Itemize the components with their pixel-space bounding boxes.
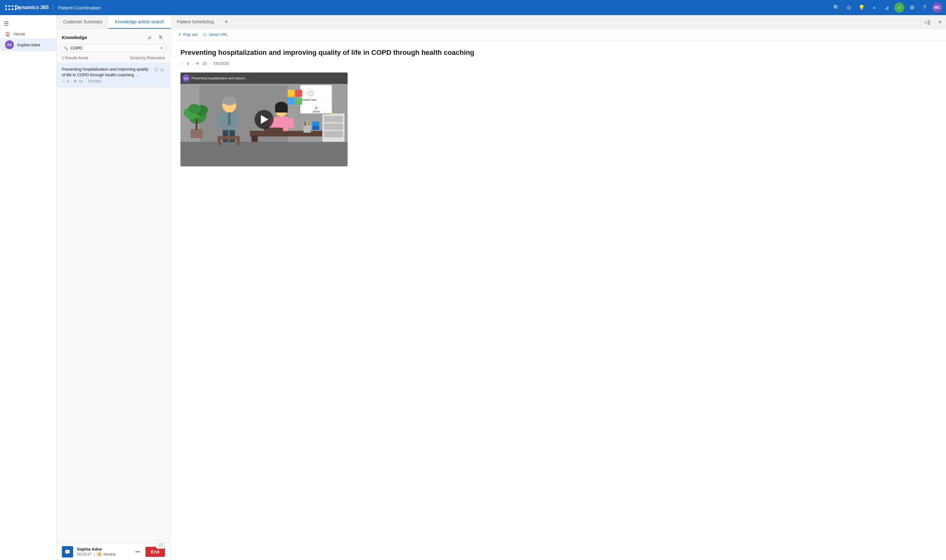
svg-rect-30 <box>236 138 240 145</box>
result-views: 19 <box>79 79 83 83</box>
svg-text:Preventing hospitalization and: Preventing hospitalization and improvi..… <box>191 77 247 80</box>
settings-icon-btn[interactable]: ⚙ <box>907 3 917 12</box>
video-container[interactable]: SA Preventing hospitalization and improv… <box>181 72 347 166</box>
svg-rect-7 <box>324 116 343 122</box>
panels-area: Knowledge ⊿ ⇅ 🔍 ✕ 1 Results found Sorted… <box>57 29 946 560</box>
lightbulb-icon-btn[interactable]: 💡 <box>856 3 867 12</box>
help-icon-btn[interactable]: ? <box>920 3 930 12</box>
left-sidebar: ☰ 🏠 Home SA Sophia Adne <box>0 15 57 560</box>
sidebar-menu-toggle[interactable]: ☰ <box>4 20 9 27</box>
chat-icon: 💬 <box>62 546 73 557</box>
agent-name: Sophia Adne <box>17 43 40 47</box>
result-eye-icon: 👁 <box>74 79 77 83</box>
waffle-menu-button[interactable] <box>4 3 12 12</box>
sentiment-label: Neutral <box>103 552 116 557</box>
sidebar-agent-item[interactable]: SA Sophia Adne <box>0 38 57 51</box>
svg-rect-1 <box>181 142 347 166</box>
svg-rect-4 <box>252 135 258 142</box>
svg-text:Share: Share <box>313 110 320 113</box>
svg-rect-19 <box>196 118 198 130</box>
svg-rect-3 <box>250 131 335 137</box>
article-eye-icon: 👁 <box>195 61 200 66</box>
filter-icon-btn[interactable]: ⊿ <box>882 3 892 12</box>
activity-icon-btn[interactable]: ⊙ <box>844 3 854 12</box>
svg-rect-27 <box>233 114 238 125</box>
svg-rect-42 <box>308 123 309 126</box>
result-dot-sep1: · <box>71 79 72 83</box>
svg-rect-40 <box>306 122 307 126</box>
knowledge-sort-button[interactable]: ⇅ <box>156 33 165 42</box>
search-meta: 1 Results found Sorted by Relevance <box>57 54 170 63</box>
svg-rect-44 <box>312 122 319 126</box>
add-tab-button[interactable]: + <box>220 15 233 29</box>
list-view-button[interactable]: ≡ <box>934 15 946 29</box>
svg-rect-14 <box>191 129 202 138</box>
article-rating-row: ☆ 0 · 👁 19 · 7/6/2020 <box>181 61 936 66</box>
sentiment-face-icon: 😐 <box>97 551 102 557</box>
sidebar-home-label: Home <box>14 32 25 37</box>
knowledge-header: Knowledge ⊿ ⇅ <box>57 29 170 44</box>
svg-rect-8 <box>324 123 343 130</box>
article-date: 7/6/2020 <box>213 61 229 66</box>
collapse-panel-button[interactable]: ◁| <box>921 15 934 29</box>
top-navigation: Dynamics 365 Patient Coordination 🔍 ⊙ 💡 … <box>0 0 946 15</box>
svg-rect-29 <box>218 138 221 145</box>
svg-rect-58 <box>295 90 302 97</box>
result-share-icon[interactable]: ▷ <box>160 66 165 72</box>
tab-knowledge-article-search[interactable]: Knowledge article search <box>108 15 170 29</box>
add-icon-btn[interactable]: ＋ <box>869 3 879 12</box>
result-rating: 0 <box>67 79 69 83</box>
chat-meta-sep: | <box>94 552 95 557</box>
knowledge-search-bar: 🔍 ✕ <box>60 44 166 52</box>
article-star-icon: ☆ <box>181 61 184 66</box>
svg-rect-33 <box>275 106 288 112</box>
chat-more-button[interactable]: ••• <box>133 547 143 557</box>
agent-avatar: SA <box>5 40 14 49</box>
svg-rect-57 <box>288 90 295 97</box>
user-avatar[interactable]: MC <box>932 3 942 12</box>
home-icon: 🏠 <box>5 32 11 37</box>
tab-patient-scheduling[interactable]: Patient Scheduling <box>171 15 220 29</box>
clear-search-icon[interactable]: ✕ <box>160 46 164 51</box>
send-url-icon: ▷ <box>204 32 207 37</box>
pop-out-label: Pop out <box>183 32 198 37</box>
result-item-0[interactable]: Preventing hospitalization and improving… <box>57 63 170 87</box>
pop-out-button[interactable]: ↗ Pop out <box>178 32 198 37</box>
chat-meta: 00:02:57 | 😐 Neutral <box>77 551 129 557</box>
article-title: Preventing hospitalization and improving… <box>181 48 936 57</box>
svg-text:🕐: 🕐 <box>308 91 313 96</box>
article-panel: ↗ Pop out ▷ Send URL Preventing hospital… <box>170 29 946 560</box>
search-icon-btn[interactable]: 🔍 <box>831 3 841 12</box>
sentiment-badge: 😐 Neutral <box>97 551 116 557</box>
svg-rect-41 <box>307 122 308 126</box>
knowledge-filter-button[interactable]: ⊿ <box>145 33 154 42</box>
app-brand: Dynamics 365 <box>15 5 53 11</box>
tab-customer-summary[interactable]: Customer Summary <box>57 15 108 29</box>
send-url-label: Send URL <box>209 32 228 37</box>
chat-expand-button[interactable]: ⬜ <box>156 540 165 549</box>
svg-text:Watch later: Watch later <box>302 98 317 102</box>
svg-rect-9 <box>324 131 343 137</box>
results-list: Preventing hospitalization and improving… <box>57 63 170 543</box>
svg-rect-43 <box>312 125 319 130</box>
send-url-button[interactable]: ▷ Send URL <box>204 32 228 37</box>
chat-agent-name: Sophia Adne <box>77 547 129 551</box>
play-triangle-icon <box>261 115 269 124</box>
chat-duration: 00:02:57 <box>77 552 92 557</box>
pop-out-icon: ↗ <box>178 32 181 37</box>
tab-customer-summary-label: Customer Summary <box>63 19 102 24</box>
svg-rect-59 <box>288 98 295 105</box>
sidebar-item-home[interactable]: 🏠 Home <box>0 30 57 38</box>
views-dot: · <box>209 61 210 66</box>
result-popout-icon[interactable]: ⬡ <box>154 66 159 72</box>
svg-rect-39 <box>304 122 306 126</box>
knowledge-search-input[interactable] <box>70 46 158 51</box>
tab-patient-scheduling-label: Patient Scheduling <box>177 19 214 24</box>
article-rating: 0 <box>187 61 189 66</box>
checkmark-badge: ✓ <box>894 3 904 12</box>
app-module: Patient Coordination <box>58 5 101 11</box>
chat-info: Sophia Adne 00:02:57 | 😐 Neutral <box>77 547 129 557</box>
sorted-by: Sorted by Relevance <box>130 56 165 60</box>
video-play-button[interactable] <box>255 110 273 129</box>
article-content: Preventing hospitalization and improving… <box>170 40 946 174</box>
